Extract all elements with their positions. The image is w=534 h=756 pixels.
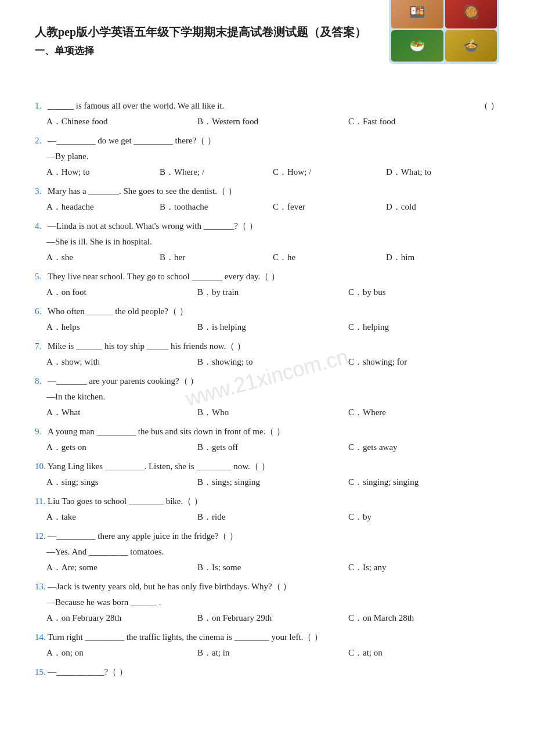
q10-option-c: C．singing; singing bbox=[348, 474, 499, 490]
q12-sub: —Yes. And _________ tomatoes. bbox=[46, 544, 499, 560]
q9-option-b: B．gets off bbox=[197, 440, 348, 455]
question-10: 10. Yang Ling likes _________. Listen, s… bbox=[35, 459, 499, 490]
question-8: 8. —_______ are your parents cooking?（ ）… bbox=[35, 373, 499, 420]
question-6: 6. Who often ______ the old people?（ ） A… bbox=[35, 304, 499, 335]
q14-option-a: A．on; on bbox=[46, 645, 197, 661]
q10-options: A．sing; sings B．sings; singing C．singing… bbox=[46, 474, 499, 490]
q11-options: A．take B．ride C．by bbox=[46, 509, 499, 525]
q10-num: 10. bbox=[35, 459, 48, 474]
question-14: 14. Turn right _________ the traffic lig… bbox=[35, 629, 499, 661]
q11-option-c: C．by bbox=[348, 509, 499, 525]
q1-text: ______ is famous all over the world. We … bbox=[48, 98, 468, 114]
question-5: 5. They live near school. They go to sch… bbox=[35, 269, 499, 300]
q15-text: —___________?（ ） bbox=[48, 664, 499, 680]
q2-text: —_________ do we get _________ there?（ ） bbox=[48, 133, 499, 149]
q13-num: 13. bbox=[35, 579, 48, 595]
food-image-4: 🍲 bbox=[445, 30, 497, 62]
q1-options: A．Chinese food B．Western food C．Fast foo… bbox=[46, 114, 499, 129]
q8-option-b: B．Who bbox=[197, 405, 348, 420]
q2-num: 2. bbox=[35, 133, 48, 149]
q4-num: 4. bbox=[35, 218, 48, 234]
q8-sub: —In the kitchen. bbox=[46, 389, 499, 405]
q15-num: 15. bbox=[35, 664, 48, 680]
food-image-1: 🍱 bbox=[391, 0, 443, 28]
q3-option-d: D．cold bbox=[386, 199, 499, 215]
q7-option-b: B．showing; to bbox=[197, 354, 348, 370]
q12-option-b: B．Is; some bbox=[197, 560, 348, 575]
question-2: 2. —_________ do we get _________ there?… bbox=[35, 133, 499, 180]
q1-paren: （ ） bbox=[468, 98, 499, 114]
q1-option-a: A．Chinese food bbox=[46, 114, 197, 129]
q12-num: 12. bbox=[35, 528, 48, 544]
q5-option-c: C．by bus bbox=[348, 285, 499, 300]
q12-option-a: A．Are; some bbox=[46, 560, 197, 575]
question-4: 4. —Linda is not at school. What's wrong… bbox=[35, 218, 499, 265]
q9-option-a: A．gets on bbox=[46, 440, 197, 455]
q13-text: —Jack is twenty years old, but he has on… bbox=[48, 579, 499, 595]
q5-num: 5. bbox=[35, 269, 48, 285]
q11-text: Liu Tao goes to school ________ bike.（ ） bbox=[48, 494, 499, 509]
question-11: 11. Liu Tao goes to school ________ bike… bbox=[35, 494, 499, 525]
q14-num: 14. bbox=[35, 629, 48, 645]
q9-text: A young man _________ the bus and sits d… bbox=[48, 424, 499, 440]
q10-text: Yang Ling likes _________. Listen, she i… bbox=[48, 459, 499, 474]
question-7: 7. Mike is ______ his toy ship _____ his… bbox=[35, 339, 499, 370]
q4-option-a: A．she bbox=[46, 250, 160, 265]
header-area: 人教pep版小学英语五年级下学期期末提高试卷测试题（及答案） 一、单项选择 🍱 … bbox=[35, 23, 499, 57]
q5-text: They live near school. They go to school… bbox=[48, 269, 499, 285]
q8-option-a: A．What bbox=[46, 405, 197, 420]
q6-text: Who often ______ the old people?（ ） bbox=[48, 304, 499, 319]
q13-sub: —Because he was born ______ . bbox=[46, 595, 499, 610]
q10-option-a: A．sing; sings bbox=[46, 474, 197, 490]
q6-option-c: C．helping bbox=[348, 319, 499, 335]
q9-num: 9. bbox=[35, 424, 48, 440]
q2-option-d: D．What; to bbox=[386, 164, 499, 180]
question-13: 13. —Jack is twenty years old, but he ha… bbox=[35, 579, 499, 626]
q14-options: A．on; on B．at; in C．at; on bbox=[46, 645, 499, 661]
q7-option-a: A．show; with bbox=[46, 354, 197, 370]
q8-options: A．What B．Who C．Where bbox=[46, 405, 499, 420]
q2-option-a: A．How; to bbox=[46, 164, 160, 180]
q14-option-b: B．at; in bbox=[197, 645, 348, 661]
question-1: 1. ______ is famous all over the world. … bbox=[35, 98, 499, 129]
question-12: 12. —_________ there any apple juice in … bbox=[35, 528, 499, 575]
q14-text: Turn right _________ the traffic lights,… bbox=[48, 629, 499, 645]
q4-option-b: B．her bbox=[160, 250, 273, 265]
q5-option-a: A．on foot bbox=[46, 285, 197, 300]
q3-num: 3. bbox=[35, 183, 48, 199]
q13-option-a: A．on February 28th bbox=[46, 610, 197, 626]
question-15: 15. —___________?（ ） bbox=[35, 664, 499, 680]
q7-options: A．show; with B．showing; to C．showing; fo… bbox=[46, 354, 499, 370]
q2-option-b: B．Where; / bbox=[160, 164, 273, 180]
question-9: 9. A young man _________ the bus and sit… bbox=[35, 424, 499, 455]
food-image-2: 🥘 bbox=[445, 0, 497, 28]
q2-sub: —By plane. bbox=[46, 149, 499, 164]
q4-options: A．she B．her C．he D．him bbox=[46, 250, 499, 265]
q4-option-d: D．him bbox=[386, 250, 499, 265]
q13-option-c: C．on March 28th bbox=[348, 610, 499, 626]
question-3: 3. Mary has a _______. She goes to see t… bbox=[35, 183, 499, 215]
q6-option-b: B．is helping bbox=[197, 319, 348, 335]
q4-text: —Linda is not at school. What's wrong wi… bbox=[48, 218, 499, 234]
q8-option-c: C．Where bbox=[348, 405, 499, 420]
q1-option-c: C．Fast food bbox=[348, 114, 499, 129]
q10-option-b: B．sings; singing bbox=[197, 474, 348, 490]
q12-options: A．Are; some B．Is; some C．Is; any bbox=[46, 560, 499, 575]
q3-option-c: C．fever bbox=[273, 199, 386, 215]
q9-option-c: C．gets away bbox=[348, 440, 499, 455]
q4-sub: —She is ill. She is in hospital. bbox=[46, 234, 499, 250]
q8-num: 8. bbox=[35, 373, 48, 389]
q13-option-b: B．on February 29th bbox=[197, 610, 348, 626]
q14-option-c: C．at; on bbox=[348, 645, 499, 661]
q6-options: A．helps B．is helping C．helping bbox=[46, 319, 499, 335]
q5-option-b: B．by train bbox=[197, 285, 348, 300]
q7-text: Mike is ______ his toy ship _____ his fr… bbox=[48, 339, 499, 354]
q2-options: A．How; to B．Where; / C．How; / D．What; to bbox=[46, 164, 499, 180]
q3-options: A．headache B．toothache C．fever D．cold bbox=[46, 199, 499, 215]
q12-option-c: C．Is; any bbox=[348, 560, 499, 575]
q11-option-b: B．ride bbox=[197, 509, 348, 525]
q3-option-b: B．toothache bbox=[160, 199, 273, 215]
q2-option-c: C．How; / bbox=[273, 164, 386, 180]
q3-text: Mary has a _______. She goes to see the … bbox=[48, 183, 499, 199]
q1-option-b: B．Western food bbox=[197, 114, 348, 129]
